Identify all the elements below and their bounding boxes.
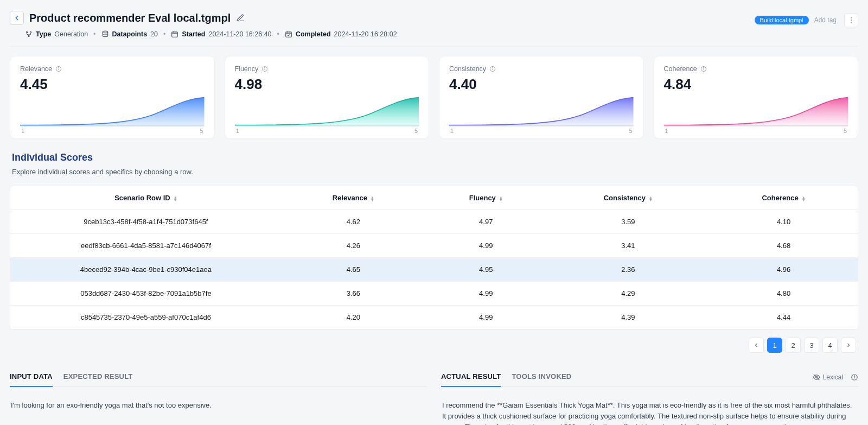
cell-fluency: 4.99 (425, 234, 547, 258)
table-row[interactable]: 4beced92-394b-4cac-9be1-c930f04e1aea 4.6… (10, 258, 858, 282)
table-row[interactable]: 053dd687-2430-453f-82be-7091a1b5b7fe 3.6… (10, 282, 858, 306)
metric-card: Coherence 4.84 15 (654, 56, 859, 139)
cell-scenario: 4beced92-394b-4cac-9be1-c930f04e1aea (10, 258, 282, 282)
add-tag-button[interactable]: Add tag (814, 16, 837, 24)
input-text: I'm looking for an exo-friendly yoga mat… (10, 394, 427, 417)
col-consistency[interactable]: Consistency▲▼ (547, 186, 710, 210)
cell-scenario: 053dd687-2430-453f-82be-7091a1b5b7fe (10, 282, 282, 306)
sort-icon: ▲▼ (499, 196, 503, 201)
page-prev[interactable] (749, 338, 764, 353)
sort-icon: ▲▼ (802, 196, 806, 201)
lexical-toggle[interactable]: Lexical (813, 373, 843, 381)
sort-icon: ▲▼ (174, 196, 177, 201)
svg-point-2 (28, 35, 29, 36)
svg-rect-5 (286, 32, 292, 37)
svg-point-8 (851, 22, 852, 23)
table-row[interactable]: c8545735-2370-49e5-a559-af070c1af4d6 4.2… (10, 306, 858, 329)
metric-label: Fluency (235, 65, 419, 73)
cell-scenario: 9ceb13c3-458f-4f58-a1f4-751d073f645f (10, 210, 282, 234)
info-icon[interactable] (55, 66, 62, 72)
svg-point-11 (59, 68, 59, 68)
edit-icon[interactable] (236, 14, 245, 22)
cell-scenario: c8545735-2370-49e5-a559-af070c1af4d6 (10, 306, 282, 329)
metric-chart (664, 95, 848, 126)
chevron-left-icon (753, 342, 760, 348)
metric-value: 4.84 (664, 76, 848, 93)
meta-row: Type Generation • Datapoints 20 • Starte… (10, 30, 397, 38)
metric-label: Consistency (449, 65, 634, 73)
cell-consistency: 4.39 (547, 306, 710, 329)
meta-datapoints: Datapoints 20 (101, 30, 158, 38)
metric-label: Relevance (20, 65, 205, 73)
cell-consistency: 4.29 (547, 282, 710, 306)
svg-point-7 (851, 20, 852, 21)
metric-chart (235, 95, 419, 126)
metrics-cards: Relevance 4.45 15 Fluency 4.98 (10, 56, 858, 139)
more-menu-button[interactable] (844, 13, 858, 27)
tab-input-data[interactable]: INPUT DATA (10, 368, 53, 387)
sort-icon: ▲▼ (371, 196, 374, 201)
metric-value: 4.98 (235, 76, 419, 93)
branch-icon (25, 30, 33, 38)
cell-consistency: 2.36 (547, 258, 710, 282)
info-icon[interactable] (489, 66, 496, 72)
cell-coherence: 4.96 (710, 258, 858, 282)
info-button[interactable] (851, 373, 858, 381)
col-scenario[interactable]: Scenario Row ID▲▼ (10, 186, 282, 210)
table-row[interactable]: 9ceb13c3-458f-4f58-a1f4-751d073f645f 4.6… (10, 210, 858, 234)
table-row[interactable]: eedf83cb-6661-4da5-8581-a7c146d4067f 4.2… (10, 234, 858, 258)
cell-fluency: 4.95 (425, 258, 547, 282)
metric-chart (20, 95, 205, 126)
arrow-left-icon (13, 14, 21, 22)
metric-value: 4.45 (20, 76, 205, 93)
metric-chart (449, 95, 634, 126)
calendar-icon (171, 30, 178, 38)
section-title: Individual Scores (12, 152, 858, 163)
cell-fluency: 4.97 (425, 210, 547, 234)
page-1[interactable]: 1 (767, 338, 782, 353)
info-icon[interactable] (700, 66, 707, 72)
metric-label: Coherence (664, 65, 848, 73)
svg-point-6 (851, 17, 852, 18)
svg-point-3 (103, 31, 107, 33)
database-icon (101, 30, 109, 38)
info-icon[interactable] (261, 66, 268, 72)
page-4[interactable]: 4 (822, 338, 838, 353)
svg-point-15 (265, 68, 265, 68)
sort-icon: ▲▼ (649, 196, 653, 201)
cell-fluency: 4.99 (425, 306, 547, 329)
meta-completed: Completed 2024-11-20 16:28:02 (285, 30, 397, 38)
metric-card: Fluency 4.98 15 (225, 56, 430, 139)
col-fluency[interactable]: Fluency▲▼ (425, 186, 547, 210)
metric-card: Consistency 4.40 15 (439, 56, 644, 139)
cell-coherence: 4.44 (710, 306, 858, 329)
page-next[interactable] (841, 338, 856, 353)
scores-table: Scenario Row ID▲▼ Relevance▲▼ Fluency▲▼ … (10, 186, 858, 330)
detail-left: INPUT DATA EXPECTED RESULT I'm looking f… (10, 368, 427, 425)
metric-card: Relevance 4.45 15 (10, 56, 215, 139)
tab-expected-result[interactable]: EXPECTED RESULT (63, 368, 133, 387)
cell-relevance: 3.66 (282, 282, 425, 306)
page-3[interactable]: 3 (804, 338, 819, 353)
pagination: 1234 (12, 338, 856, 353)
eye-off-icon (813, 373, 820, 381)
tab-actual-result[interactable]: ACTUAL RESULT (441, 368, 501, 387)
tab-tools-invoked[interactable]: TOOLS INVOKED (512, 368, 571, 387)
col-relevance[interactable]: Relevance▲▼ (282, 186, 425, 210)
tag-chip[interactable]: Build:local.tgmpl (755, 16, 809, 24)
page-2[interactable]: 2 (786, 338, 801, 353)
metric-value: 4.40 (449, 76, 634, 93)
cell-relevance: 4.62 (282, 210, 425, 234)
actual-text: I recommend the **Gaiam Essentials Thick… (441, 394, 858, 425)
back-button[interactable] (10, 11, 24, 25)
page-title: Product recommender Eval local.tgmpl (29, 12, 231, 24)
cell-relevance: 4.20 (282, 306, 425, 329)
cell-consistency: 3.59 (547, 210, 710, 234)
svg-point-1 (30, 31, 31, 33)
svg-rect-4 (172, 32, 178, 37)
meta-started: Started 2024-11-20 16:26:40 (171, 30, 271, 38)
detail-right: ACTUAL RESULT TOOLS INVOKED Lexical I re… (441, 368, 858, 425)
info-icon (851, 373, 858, 381)
col-coherence[interactable]: Coherence▲▼ (710, 186, 858, 210)
cell-relevance: 4.65 (282, 258, 425, 282)
